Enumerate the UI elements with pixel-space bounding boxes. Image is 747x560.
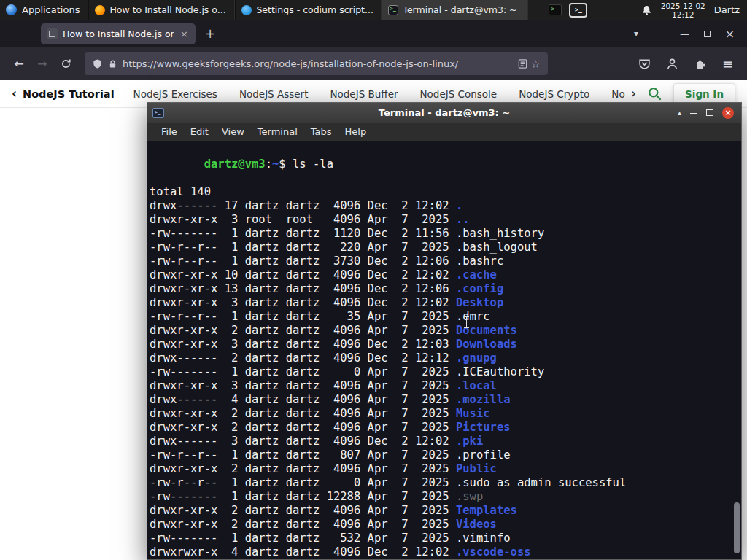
taskbar-window-firefox[interactable]: How to Install Node.js o... [88, 0, 235, 20]
lock-icon[interactable] [108, 59, 117, 69]
search-icon[interactable] [648, 87, 662, 101]
shade-button[interactable]: ▴ [678, 109, 681, 117]
panel-clock[interactable]: 2025-12-02 12:12 [661, 1, 705, 19]
terminal-total-line: total 140 [150, 185, 732, 199]
reload-button[interactable] [54, 53, 77, 75]
terminal-body[interactable]: dartz@vm3:~$ ls -la total 140 drwx------… [147, 141, 741, 559]
nav-back-label: NodeJS Tutorial [23, 88, 115, 100]
menu-terminal[interactable]: Terminal [251, 126, 304, 137]
terminal-line: -rw-r--r-- 1 dartz dartz 807 Apr 7 2025 … [150, 448, 732, 462]
maximize-button[interactable] [706, 109, 713, 116]
dir-name: Pictures [456, 421, 511, 434]
menu-tabs[interactable]: Tabs [304, 126, 338, 137]
back-button[interactable]: ← [7, 53, 31, 75]
reader-view-icon[interactable] [517, 58, 528, 69]
sign-in-button[interactable]: Sign In [673, 83, 735, 105]
panel-right-cluster: 2025-12-02 12:12 Dartz [641, 0, 747, 20]
terminal-line: -rw-r--r-- 1 dartz dartz 3730 Dec 2 12:0… [150, 254, 732, 268]
tab-title: How to Install Node.js on... [63, 28, 174, 39]
tray-glyph: >_ [575, 7, 582, 13]
clock-time: 12:12 [672, 10, 694, 19]
dir-name: .. [456, 213, 470, 226]
dir-name: .local [456, 379, 497, 392]
dir-name: .mozilla [456, 393, 511, 406]
terminal-output: drwx------ 17 dartz dartz 4096 Dec 2 12:… [150, 199, 732, 559]
taskbar-title: Terminal - dartz@vm3: ~ [403, 4, 516, 15]
nav-item-crypto[interactable]: NodeJS Crypto [519, 88, 589, 100]
restore-button[interactable] [696, 23, 719, 44]
terminal-titlebar[interactable]: Terminal - dartz@vm3: ~ ▴ × [147, 103, 741, 122]
terminal-line: drwxr-xr-x 2 dartz dartz 4096 Apr 7 2025… [150, 462, 732, 476]
urlbar-right-icons: ☆ [517, 58, 541, 71]
tab-close-icon[interactable]: × [179, 28, 190, 39]
nav-item-dns[interactable]: NodeJS DNS [611, 88, 625, 100]
menu-file[interactable]: File [155, 126, 184, 137]
url-bar[interactable]: https://www.geeksforgeeks.org/node-js/in… [85, 52, 548, 75]
applications-icon [6, 4, 17, 15]
file-name: .bash_history [456, 227, 544, 240]
extensions-puzzle-icon[interactable] [688, 53, 712, 75]
terminal-window-controls: ▴ × [678, 107, 736, 119]
notification-bell-icon[interactable] [641, 4, 652, 16]
close-button[interactable]: × [722, 107, 734, 119]
panel-username: Dartz [714, 4, 740, 15]
terminal-icon [388, 5, 398, 15]
menu-edit[interactable]: Edit [184, 126, 215, 137]
navigation-toolbar: ← → https://www.geeksforgeeks.org/node-j… [0, 47, 747, 80]
dir-name: Music [456, 407, 490, 420]
pocket-icon[interactable] [632, 53, 657, 75]
menu-help[interactable]: Help [338, 126, 374, 137]
list-all-tabs-icon[interactable]: ▾ [627, 28, 646, 39]
browser-tab-active[interactable]: How to Install Node.js on... × [41, 23, 196, 44]
terminal-line: drwx------ 4 dartz dartz 4096 Apr 7 2025… [150, 393, 732, 407]
nav-item-buffer[interactable]: NodeJS Buffer [330, 88, 398, 100]
nav-item-console[interactable]: NodeJS Console [420, 88, 498, 100]
file-name: .sudo_as_admin_successful [456, 476, 626, 489]
account-icon[interactable] [660, 53, 684, 75]
nav-back-link[interactable]: ‹ NodeJS Tutorial [12, 88, 115, 100]
terminal-line: drwx------ 3 dartz dartz 4096 Dec 2 12:0… [150, 435, 732, 448]
tab-bar: How to Install Node.js on... × + ▾ — × [0, 20, 747, 47]
codium-icon [241, 5, 252, 15]
terminal-line: drwxr-xr-x 3 dartz dartz 4096 Dec 2 12:0… [150, 296, 732, 310]
clock-date: 2025-12-02 [661, 1, 705, 10]
terminal-line: -rw-r--r-- 1 dartz dartz 220 Apr 7 2025 … [150, 241, 732, 254]
url-text: https://www.geeksforgeeks.org/node-js/in… [123, 58, 512, 69]
prompt-dollar: $ [279, 158, 293, 171]
terminal-line: -rw-r--r-- 1 dartz dartz 0 Apr 7 2025 .s… [150, 476, 732, 490]
new-tab-button[interactable]: + [200, 23, 220, 44]
chevron-right-icon[interactable]: › [631, 88, 636, 100]
menu-view[interactable]: View [215, 126, 251, 137]
terminal-tray-icon[interactable]: >_ [569, 3, 587, 18]
dir-name: . [456, 199, 462, 212]
restore-icon [704, 31, 711, 37]
bookmark-star-icon[interactable]: ☆ [531, 58, 541, 71]
forward-button[interactable]: → [31, 53, 54, 75]
minimize-button[interactable]: — [673, 23, 696, 44]
terminal-line: -rw------- 1 dartz dartz 532 Apr 7 2025 … [150, 532, 732, 545]
reload-icon [61, 58, 71, 69]
terminal-line: -rw-r--r-- 1 dartz dartz 35 Apr 7 2025 .… [150, 310, 732, 324]
tracking-shield-icon[interactable] [92, 58, 103, 69]
window-controls: — × [673, 23, 741, 44]
nav-item-exercises[interactable]: NodeJS Exercises [133, 88, 217, 100]
dir-name: .gnupg [456, 351, 497, 365]
terminal-window: Terminal - dartz@vm3: ~ ▴ × File Edit Vi… [147, 102, 742, 560]
close-button[interactable]: × [719, 23, 741, 44]
terminal-line: drwxr-xr-x 3 dartz dartz 4096 Apr 7 2025… [150, 379, 732, 393]
taskbar-window-terminal[interactable]: Terminal - dartz@vm3: ~ [382, 0, 528, 20]
file-name: .dmrc [456, 310, 490, 323]
terminal-line: -rw------- 1 dartz dartz 12288 Apr 7 202… [150, 490, 732, 504]
minimize-button[interactable] [690, 113, 697, 114]
applications-menu[interactable]: Applications [0, 0, 88, 20]
prompt-user-host: dartz@vm3 [204, 158, 266, 171]
hamburger-menu-icon[interactable]: ≡ [716, 53, 740, 75]
terminal-scrollbar-thumb[interactable] [734, 502, 740, 553]
toolbar-right-icons: ≡ [632, 53, 740, 75]
terminal-tray-icon-small[interactable] [549, 4, 562, 15]
nav-right-cluster: › Sign In [631, 83, 740, 105]
taskbar-window-codium[interactable]: Settings - codium script... [235, 0, 382, 20]
nav-item-assert[interactable]: NodeJS Assert [239, 88, 309, 100]
terminal-line: drwxr-xr-x 2 dartz dartz 4096 Apr 7 2025… [150, 324, 732, 338]
dir-name: Public [456, 462, 497, 475]
